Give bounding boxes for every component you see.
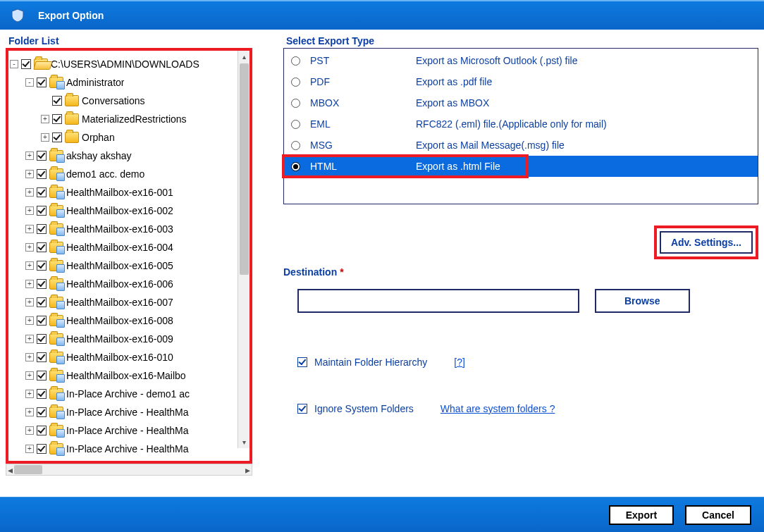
expand-icon[interactable]: +	[41, 115, 49, 123]
export-format-row[interactable]: MSGExport as Mail Message(.msg) file	[284, 135, 758, 156]
expand-icon[interactable]: +	[25, 353, 34, 361]
ignore-system-checkbox[interactable]	[297, 404, 307, 414]
tree-node[interactable]: +In-Place Archive - demo1 ac	[10, 385, 248, 403]
export-format-radio[interactable]	[291, 162, 300, 171]
tree-node[interactable]: +In-Place Archive - HealthMa	[10, 440, 248, 458]
scroll-left-icon[interactable]: ◂	[8, 464, 13, 476]
folder-tree[interactable]: -C:\USERS\ADMIN\DOWNLOADS-AdministratorC…	[6, 48, 252, 464]
folder-checkbox[interactable]	[37, 334, 47, 344]
folder-checkbox[interactable]	[37, 352, 47, 362]
folder-list-label: Folder List	[6, 32, 269, 48]
tree-node[interactable]: +HealthMailbox-ex16-009	[10, 330, 248, 348]
export-format-radio[interactable]	[291, 120, 300, 129]
tree-node[interactable]: +HealthMailbox-ex16-006	[10, 275, 248, 293]
folder-label: HealthMailbox-ex16-006	[66, 278, 173, 290]
expand-icon[interactable]: +	[25, 316, 34, 325]
scroll-right-icon[interactable]: ▸	[245, 464, 250, 476]
folder-checkbox[interactable]	[37, 279, 47, 289]
folder-checkbox[interactable]	[37, 261, 47, 271]
expand-icon[interactable]: +	[25, 206, 34, 215]
expand-icon[interactable]: +	[25, 426, 34, 435]
tree-node[interactable]: +HealthMailbox-ex16-001	[10, 183, 248, 202]
folder-checkbox[interactable]	[37, 78, 47, 87]
expand-icon[interactable]: +	[25, 371, 34, 380]
tree-node[interactable]: -Administrator	[10, 73, 248, 92]
vertical-scrollbar[interactable]: ▴ ▾	[238, 51, 249, 448]
folder-checkbox[interactable]	[37, 169, 47, 179]
folder-checkbox[interactable]	[52, 132, 62, 142]
maintain-hierarchy-checkbox[interactable]	[297, 357, 307, 367]
tree-node[interactable]: +akshay akshay	[10, 147, 248, 165]
expand-icon[interactable]: +	[25, 188, 34, 197]
expand-icon[interactable]: +	[25, 390, 34, 398]
export-format-radio[interactable]	[291, 141, 300, 150]
folder-checkbox[interactable]	[37, 242, 47, 252]
tree-node[interactable]: +HealthMailbox-ex16-007	[10, 293, 248, 311]
scroll-down-icon[interactable]: ▾	[238, 436, 250, 448]
cancel-button[interactable]: Cancel	[685, 505, 751, 525]
export-format-row[interactable]: PSTExport as Microsoft Outlook (.pst) fi…	[284, 50, 758, 71]
tree-node[interactable]: Conversations	[10, 92, 248, 110]
folder-checkbox[interactable]	[37, 371, 47, 381]
folder-checkbox[interactable]	[37, 316, 47, 326]
scroll-thumb[interactable]	[240, 63, 249, 275]
tree-node[interactable]: +HealthMailbox-ex16-002	[10, 202, 248, 220]
expand-icon[interactable]: +	[25, 298, 34, 307]
export-format-radio[interactable]	[291, 99, 300, 108]
tree-node[interactable]: +HealthMailbox-ex16-004	[10, 238, 248, 256]
tree-node[interactable]: -C:\USERS\ADMIN\DOWNLOADS	[10, 55, 248, 73]
tree-node[interactable]: +HealthMailbox-ex16-Mailbo	[10, 366, 248, 385]
tree-node[interactable]: +HealthMailbox-ex16-005	[10, 256, 248, 275]
folder-checkbox[interactable]	[37, 224, 47, 234]
system-folders-help-link[interactable]: What are system folders ?	[440, 403, 555, 414]
advanced-settings-button[interactable]: Adv. Settings...	[660, 231, 753, 254]
folder-checkbox[interactable]	[37, 444, 47, 454]
folder-checkbox[interactable]	[37, 297, 47, 307]
tree-node[interactable]: +demo1 acc. demo	[10, 165, 248, 183]
expand-icon[interactable]: +	[25, 151, 34, 160]
expand-icon[interactable]: +	[25, 225, 34, 233]
folder-checkbox[interactable]	[37, 426, 47, 435]
export-format-row[interactable]: HTMLExport as .html File	[284, 156, 758, 177]
folder-checkbox[interactable]	[52, 114, 62, 124]
tree-node[interactable]: +HealthMailbox-ex16-003	[10, 220, 248, 238]
folder-checkbox[interactable]	[37, 187, 47, 197]
tree-node[interactable]: +Orphan	[10, 128, 248, 147]
tree-node[interactable]: +In-Place Archive - HealthMa	[10, 421, 248, 440]
export-format-radio[interactable]	[291, 78, 300, 87]
expand-icon[interactable]: +	[25, 445, 34, 453]
expand-icon[interactable]: +	[25, 408, 34, 416]
expand-icon[interactable]: +	[25, 261, 34, 270]
folder-label: HealthMailbox-ex16-007	[66, 297, 173, 308]
folder-checkbox[interactable]	[37, 206, 47, 216]
collapse-icon[interactable]: -	[10, 60, 18, 68]
expand-icon[interactable]: +	[25, 335, 34, 343]
export-format-row[interactable]: EMLRFC822 (.eml) file.(Applicable only f…	[284, 113, 758, 135]
folder-checkbox[interactable]	[37, 151, 47, 161]
expand-icon[interactable]: +	[25, 280, 34, 288]
expand-icon[interactable]: +	[41, 133, 49, 142]
dialog-footer: Export Cancel	[0, 497, 764, 532]
export-button[interactable]: Export	[609, 505, 674, 525]
export-format-row[interactable]: PDFExport as .pdf file	[284, 71, 758, 92]
expand-icon[interactable]: +	[25, 243, 34, 252]
hscroll-thumb[interactable]	[14, 465, 42, 474]
folder-icon	[49, 352, 63, 363]
expand-icon[interactable]: +	[25, 170, 34, 178]
browse-button[interactable]: Browse	[595, 289, 690, 313]
export-format-row[interactable]: MBOXExport as MBOX	[284, 92, 758, 113]
tree-node[interactable]: +MaterializedRestrictions	[10, 110, 248, 128]
collapse-icon[interactable]: -	[25, 78, 34, 87]
folder-checkbox[interactable]	[52, 96, 62, 106]
destination-input[interactable]	[297, 289, 579, 313]
scroll-up-icon[interactable]: ▴	[238, 51, 250, 63]
maintain-hierarchy-help-link[interactable]: [?]	[454, 357, 465, 368]
horizontal-scrollbar[interactable]: ◂ ▸	[6, 464, 252, 476]
tree-node[interactable]: +HealthMailbox-ex16-010	[10, 348, 248, 366]
tree-node[interactable]: +In-Place Archive - HealthMa	[10, 403, 248, 421]
export-format-radio[interactable]	[291, 56, 300, 66]
folder-checkbox[interactable]	[37, 407, 47, 417]
folder-checkbox[interactable]	[21, 59, 31, 69]
folder-checkbox[interactable]	[37, 389, 47, 399]
tree-node[interactable]: +HealthMailbox-ex16-008	[10, 311, 248, 330]
